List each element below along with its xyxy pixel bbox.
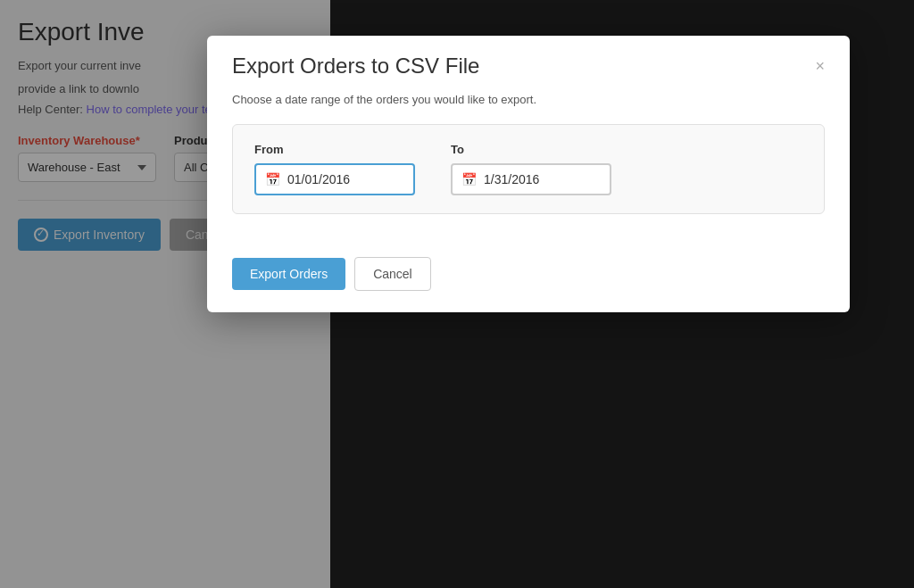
from-date-input[interactable] [287, 172, 395, 186]
from-calendar-icon: 📅 [265, 172, 280, 186]
from-label: From [254, 143, 415, 156]
modal-header: Export Orders to CSV File × [207, 36, 850, 93]
to-date-wrapper: 📅 [451, 163, 611, 195]
to-date-input[interactable] [484, 172, 591, 186]
modal-footer: Export Orders Cancel [207, 257, 850, 312]
modal-description: Choose a date range of the orders you wo… [232, 93, 825, 106]
from-date-group: From 📅 [254, 143, 415, 195]
modal-close-button[interactable]: × [815, 58, 825, 74]
to-calendar-icon: 📅 [461, 172, 477, 186]
to-date-group: To 📅 [451, 143, 611, 195]
from-date-wrapper: 📅 [254, 163, 415, 195]
to-label: To [451, 143, 611, 156]
modal-overlay: Export Orders to CSV File × Choose a dat… [0, 0, 914, 588]
cancel-modal-button[interactable]: Cancel [354, 257, 431, 291]
export-orders-modal: Export Orders to CSV File × Choose a dat… [207, 36, 850, 312]
modal-title: Export Orders to CSV File [232, 54, 479, 79]
date-range-section: From 📅 To 📅 [232, 124, 825, 214]
export-orders-button[interactable]: Export Orders [232, 258, 345, 290]
modal-body: Choose a date range of the orders you wo… [207, 93, 850, 257]
